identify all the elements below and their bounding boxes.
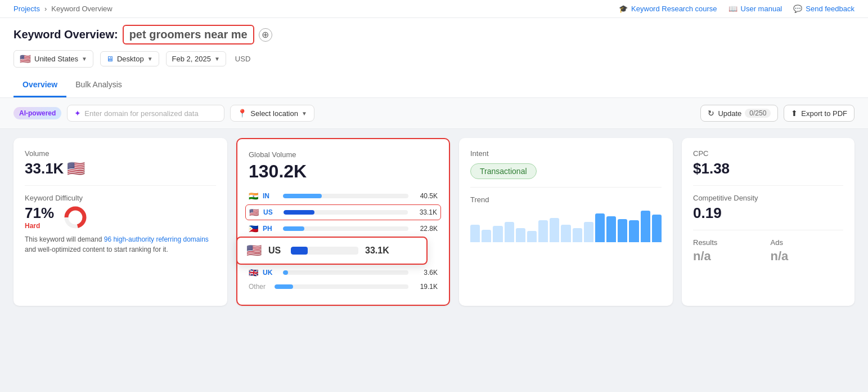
- ph-code: PH: [263, 225, 278, 233]
- keyword-input[interactable]: pet groomers near me: [123, 25, 254, 44]
- competitive-label: Competitive Density: [693, 194, 843, 202]
- export-button[interactable]: ⬆ Export to PDF: [784, 105, 854, 122]
- card-divider: [25, 185, 216, 186]
- volume-kd-card: Volume 33.1K 🇺🇸 Keyword Difficulty 71% H…: [14, 138, 227, 306]
- country-row-IN: 🇮🇳 IN 40.5K: [249, 189, 438, 203]
- ph-bar: [283, 226, 304, 231]
- location-chevron-icon: ▼: [82, 56, 87, 62]
- feedback-link[interactable]: 💬 Send feedback: [793, 5, 854, 13]
- volume-flag: 🇺🇸: [67, 160, 85, 177]
- trend-bar-9: [573, 228, 582, 242]
- update-counter: 0/250: [745, 109, 771, 118]
- uk-bar: [283, 270, 288, 275]
- results-ads-row: Results n/a Ads n/a: [693, 238, 843, 264]
- trend-bar-7: [550, 218, 559, 242]
- us-tooltip: 🇺🇸 US 33.1K: [236, 237, 428, 265]
- trend-bar-3: [505, 222, 514, 242]
- tooltip-us-value: 33.1K: [365, 246, 389, 256]
- tab-bulk-analysis[interactable]: Bulk Analysis: [66, 73, 131, 97]
- us-code: US: [263, 208, 279, 216]
- trend-bar-0: [470, 225, 480, 242]
- us-bar: [284, 210, 314, 215]
- export-icon: ⬆: [791, 109, 798, 118]
- trend-divider: [470, 187, 662, 188]
- cpc-card: CPC $1.38 Competitive Density 0.19 Resul…: [682, 138, 854, 306]
- trend-bar-16: [652, 215, 662, 242]
- domain-input[interactable]: Enter domain for personalized data: [84, 109, 198, 118]
- uk-code: UK: [263, 269, 278, 277]
- projects-link[interactable]: Projects: [14, 5, 40, 13]
- trend-bar-11: [595, 213, 605, 242]
- keyword-text: pet groomers near me: [129, 28, 248, 41]
- tooltip-bar-track: [291, 247, 358, 255]
- feedback-icon: 💬: [793, 5, 802, 13]
- trend-bar-8: [561, 225, 570, 242]
- date-filter[interactable]: Feb 2, 2025 ▼: [166, 51, 226, 66]
- location-filter[interactable]: 🇺🇸 United States ▼: [14, 50, 93, 68]
- ph-value: 22.8K: [413, 225, 438, 233]
- manual-link[interactable]: 📖 User manual: [728, 5, 782, 13]
- uk-bar-track: [283, 270, 408, 275]
- ai-powered-badge: AI-powered: [14, 107, 61, 119]
- tooltip-us-code: US: [268, 246, 284, 256]
- course-link[interactable]: 🎓 Keyword Research course: [619, 5, 717, 13]
- india-bar-track: [283, 194, 408, 198]
- trend-bar-2: [493, 226, 502, 242]
- trend-bar-6: [538, 220, 548, 242]
- trend-bar-13: [618, 219, 627, 242]
- manual-icon: 📖: [728, 5, 737, 13]
- device-filter[interactable]: 🖥 Desktop ▼: [100, 51, 159, 66]
- location-pin-icon: 📍: [237, 109, 247, 118]
- results-section: Results n/a: [693, 238, 766, 264]
- sparkle-icon: ✦: [74, 109, 81, 118]
- kd-value: 71% Hard: [25, 204, 54, 230]
- other-bar: [275, 284, 293, 289]
- ads-section: Ads n/a: [771, 238, 844, 264]
- update-button[interactable]: ↻ Update 0/250: [700, 105, 778, 122]
- tab-overview[interactable]: Overview: [14, 73, 66, 97]
- india-value: 40.5K: [413, 192, 438, 200]
- ads-value: n/a: [771, 249, 844, 264]
- intent-trend-card: Intent Transactional Trend: [459, 138, 673, 306]
- course-icon: 🎓: [619, 5, 628, 13]
- tooltip-us-flag: 🇺🇸: [246, 243, 262, 258]
- uk-flag: 🇬🇧: [249, 268, 258, 277]
- tabs-row: Overview Bulk Analysis: [0, 73, 868, 97]
- toolbar: AI-powered ✦ Enter domain for personaliz…: [0, 98, 868, 129]
- date-label: Feb 2, 2025: [172, 55, 211, 63]
- header-section: Keyword Overview: pet groomers near me ⊕…: [0, 18, 868, 98]
- location-flag: 🇺🇸: [20, 54, 31, 64]
- trend-label: Trend: [470, 195, 662, 204]
- domain-input-wrapper[interactable]: ✦ Enter domain for personalized data: [67, 105, 224, 122]
- global-volume-card: Global Volume 130.2K 🇮🇳 IN 40.5K 🇺🇸 US 3…: [236, 138, 450, 306]
- date-chevron-icon: ▼: [214, 56, 220, 62]
- global-volume-label: Global Volume: [249, 150, 438, 159]
- trend-bar-12: [606, 216, 616, 242]
- breadcrumb-separator: ›: [44, 5, 47, 13]
- add-keyword-button[interactable]: ⊕: [259, 28, 272, 42]
- country-row-PH: 🇵🇭 PH 22.8K: [249, 221, 438, 236]
- device-label: Desktop: [117, 55, 144, 63]
- global-volume-value: 130.2K: [249, 161, 438, 182]
- toolbar-right: ↻ Update 0/250 ⬆ Export to PDF: [700, 105, 854, 122]
- top-navigation: Projects › Keyword Overview 🎓 Keyword Re…: [0, 0, 868, 18]
- intent-label: Intent: [470, 149, 662, 158]
- feedback-label: Send feedback: [806, 5, 854, 13]
- india-flag: 🇮🇳: [249, 191, 258, 201]
- top-links: 🎓 Keyword Research course 📖 User manual …: [619, 5, 854, 13]
- export-label: Export to PDF: [801, 109, 847, 118]
- ph-flag: 🇵🇭: [249, 224, 258, 233]
- currency-label: USD: [233, 52, 253, 66]
- trend-bar-10: [584, 222, 593, 242]
- kd-row: 71% Hard: [25, 204, 216, 230]
- manual-label: User manual: [741, 5, 782, 13]
- select-location-button[interactable]: 📍 Select location ▼: [230, 105, 314, 122]
- intent-badge: Transactional: [470, 163, 537, 179]
- us-flag: 🇺🇸: [249, 208, 259, 217]
- breadcrumb: Projects › Keyword Overview: [14, 5, 113, 13]
- volume-label: Volume: [25, 149, 216, 158]
- tooltip-bar: [291, 247, 308, 255]
- kd-description: This keyword will demand 96 high-authori…: [25, 234, 216, 255]
- device-icon: 🖥: [106, 55, 114, 63]
- competitive-value: 0.19: [693, 204, 843, 222]
